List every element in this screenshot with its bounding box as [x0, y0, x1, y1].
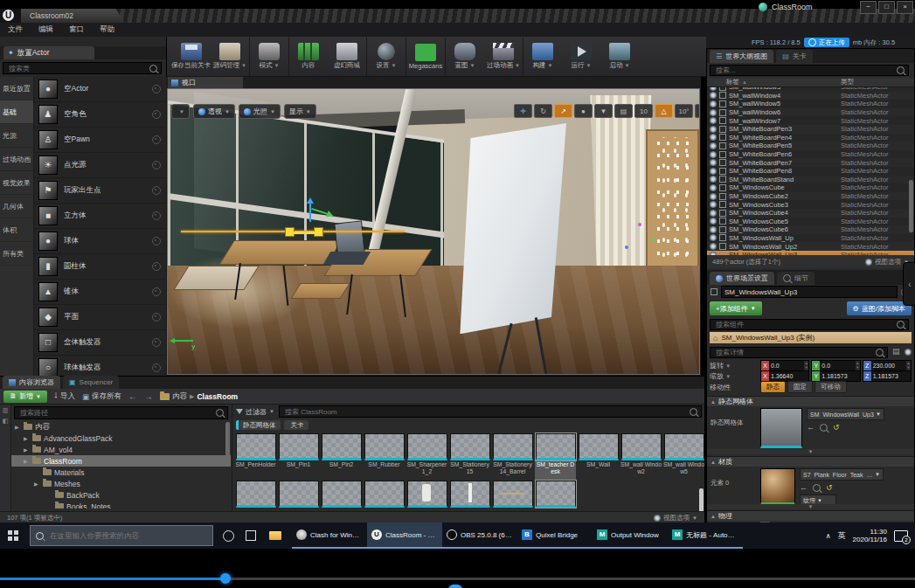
place-actors-category[interactable]: 过场动画 [0, 148, 33, 171]
section-expander[interactable]: ▼ [707, 504, 914, 509]
taskbar-app-button[interactable]: U ClassRoom - 虚幻... [367, 522, 442, 549]
asset-tile[interactable]: SM_wall Window2 [620, 433, 662, 481]
asset-tile[interactable]: SM_Pin1 [278, 433, 319, 481]
surface-snap-icon[interactable]: ▼ [594, 104, 613, 118]
toolbar-button[interactable]: Megascans▼ [406, 38, 445, 76]
components-search-input[interactable] [714, 320, 897, 329]
outliner-row[interactable]: SM_wallWindow6 StaticMeshActor [707, 108, 914, 117]
scale-tool-icon[interactable]: ↗ [554, 104, 572, 118]
add-new-button[interactable]: 🗎 新增▼ [3, 391, 47, 403]
drag-grip-icon[interactable] [152, 237, 161, 246]
tree-arrow-icon[interactable]: ▶ [15, 424, 21, 430]
place-actor-item[interactable]: ♟ 空角色 [34, 102, 166, 128]
folder-tree-row[interactable]: ▶ Materials [11, 467, 231, 478]
place-actors-category[interactable]: 几何体 [0, 195, 33, 218]
place-actor-item[interactable]: ▮ 圆柱体 [34, 254, 166, 280]
outliner-row[interactable]: SM_WhiteBoardPen7 StaticMeshActor [707, 158, 914, 167]
visibility-eye-icon[interactable] [710, 201, 717, 208]
show-hidden-icon[interactable] [905, 349, 912, 356]
place-actors-category[interactable]: 基础 [0, 100, 33, 124]
scale-x-field[interactable]: 1.36640 [769, 371, 808, 381]
panel-collapse-tab[interactable]: ‹ [903, 262, 915, 306]
tree-arrow-icon[interactable]: ▶ [24, 458, 30, 464]
viewport-view-button[interactable]: 透视▼ [193, 104, 235, 119]
viewport-scene[interactable]: y ▼ 透视▼ 光照▼ [167, 88, 700, 375]
visibility-eye-icon[interactable] [710, 210, 717, 217]
video-seekbar-knob[interactable] [220, 573, 231, 584]
add-component-button[interactable]: +添加组件▼ [710, 301, 762, 315]
place-actor-item[interactable]: ☀ 点光源 [34, 153, 166, 178]
place-actor-item[interactable]: ● 球体 [34, 229, 166, 254]
level-tab[interactable]: Classroom02 [21, 9, 124, 23]
outliner-row[interactable]: SM_WhiteBoardPen5 StaticMeshActor [707, 142, 914, 150]
outliner-row[interactable]: SM_wallWindow4 StaticMeshActor [707, 92, 914, 100]
static-mesh-dropdown[interactable]: SM_WindowsWall_Up3▼ [807, 408, 884, 420]
forward-arrow-icon[interactable]: → [144, 391, 153, 401]
toolbar-button[interactable]: 蓝图▼ [445, 38, 484, 76]
tab-details[interactable]: 细节 [777, 272, 814, 285]
asset-tile[interactable]: SM_PenHolder [235, 433, 276, 481]
asset-tile[interactable]: SM_Sharpener1_2 [406, 433, 447, 481]
drag-grip-icon[interactable] [152, 161, 161, 169]
visibility-eye-icon[interactable] [710, 151, 717, 158]
rotate-tool-icon[interactable]: ↻ [534, 104, 552, 118]
hidden-icons-chevron[interactable]: ∧ [826, 532, 831, 540]
drag-grip-icon[interactable] [152, 110, 161, 119]
outliner-row[interactable]: SM_WindowsWall_Up2 StaticMeshActor [707, 242, 914, 251]
place-actors-category[interactable]: 所有类 [0, 242, 33, 266]
grid-snap-value[interactable]: 10 [634, 104, 653, 118]
visibility-eye-icon[interactable] [710, 243, 717, 250]
ime-language-indicator[interactable]: 英 [838, 530, 846, 542]
tree-arrow-icon[interactable]: ▶ [34, 481, 40, 487]
outliner-row[interactable]: SM_WhiteBoardStand StaticMeshActor [707, 176, 914, 184]
visibility-eye-icon[interactable] [710, 92, 717, 99]
taskbar-app-button[interactable]: M Output Window [593, 522, 668, 549]
toolbar-button[interactable]: 构建▼ [523, 38, 562, 76]
actor-name-field[interactable] [721, 286, 898, 298]
asset-tile[interactable]: SM_Stationery14_Barrel [492, 433, 533, 481]
place-actor-item[interactable]: ♙ 空Pawn [34, 128, 166, 153]
breadcrumb-root[interactable]: 内容 [172, 391, 187, 402]
physics-section-header[interactable]: ▲物理 [707, 510, 914, 521]
reset-icon[interactable]: ↺ [826, 483, 833, 492]
asset-tile[interactable] [364, 481, 405, 508]
materials-section-header[interactable]: ▲材质 [707, 456, 914, 467]
visibility-eye-icon[interactable] [710, 168, 717, 175]
outliner-row[interactable]: SM_WindowsCube6 StaticMeshActor [707, 225, 914, 234]
visibility-eye-icon[interactable] [710, 226, 717, 233]
visibility-eye-icon[interactable] [710, 126, 717, 133]
viewport-view-button[interactable]: 光照▼ [239, 104, 281, 119]
mobility-option[interactable]: 静态 [760, 381, 786, 393]
folder-tree-row[interactable]: ▶ AdvancedGlassPack [11, 432, 231, 444]
outliner-row[interactable]: SM_WindowsCube4 StaticMeshActor [707, 209, 914, 218]
toolbar-button[interactable]: 虚幻商城▼ [328, 38, 366, 76]
notification-center-icon[interactable]: 2 [894, 530, 908, 542]
place-actor-item[interactable]: ■ 立方体 [34, 204, 166, 229]
save-all-button[interactable]: ▣ 保存所有 [82, 391, 121, 402]
toolbar-button[interactable]: 运行▼ [562, 38, 600, 76]
menu-item[interactable]: 文件 [0, 24, 31, 35]
asset-tile[interactable]: SM_wall Window5 [663, 433, 704, 481]
outliner-row[interactable]: SM_WindowsCube3 StaticMeshActor [707, 200, 914, 209]
place-actors-search-input[interactable] [7, 64, 149, 73]
file-explorer-button[interactable] [262, 522, 288, 549]
toolbar-button[interactable]: 启动▼ [600, 38, 639, 76]
scale-snap-icon[interactable]: ↗ [695, 104, 700, 118]
folder-tree-row[interactable]: ▶ 内容 [11, 421, 231, 432]
place-actors-category[interactable]: 体积 [0, 218, 33, 242]
browse-icon[interactable] [813, 484, 821, 492]
asset-tile[interactable] [449, 481, 490, 508]
taskbar-app-button[interactable]: M 无标题 - Autodes... [668, 522, 743, 549]
rotation-snap-value[interactable]: 10° [675, 104, 693, 118]
minimize-button[interactable]: − [860, 1, 877, 14]
filters-button[interactable]: 过滤器▼ [236, 407, 274, 417]
menu-item[interactable]: 编辑 [31, 24, 61, 35]
tab-content-browser[interactable]: 内容浏览器 [3, 376, 60, 389]
taskbar-clock[interactable]: 11:302020/11/16 [853, 528, 887, 543]
mobility-option[interactable]: 固定 [787, 381, 813, 393]
outliner-row[interactable]: SM_WindowsCube2 StaticMeshActor [707, 192, 914, 201]
drag-grip-icon[interactable] [152, 211, 161, 220]
task-view-button[interactable] [239, 522, 262, 549]
place-actors-category[interactable]: 最近放置 [0, 77, 33, 100]
place-actor-item[interactable]: ◆ 平面 [34, 305, 166, 330]
